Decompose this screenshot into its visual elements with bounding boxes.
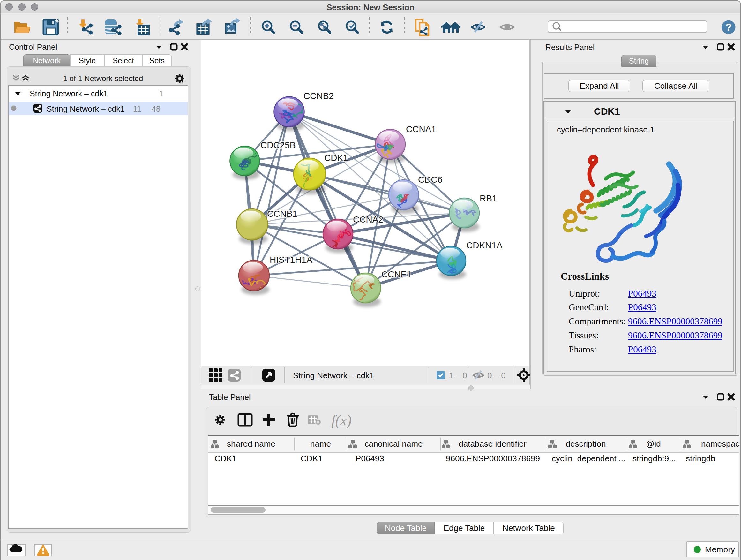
svg-text:?: ? xyxy=(725,21,732,33)
svg-text:f(x): f(x) xyxy=(331,412,352,428)
